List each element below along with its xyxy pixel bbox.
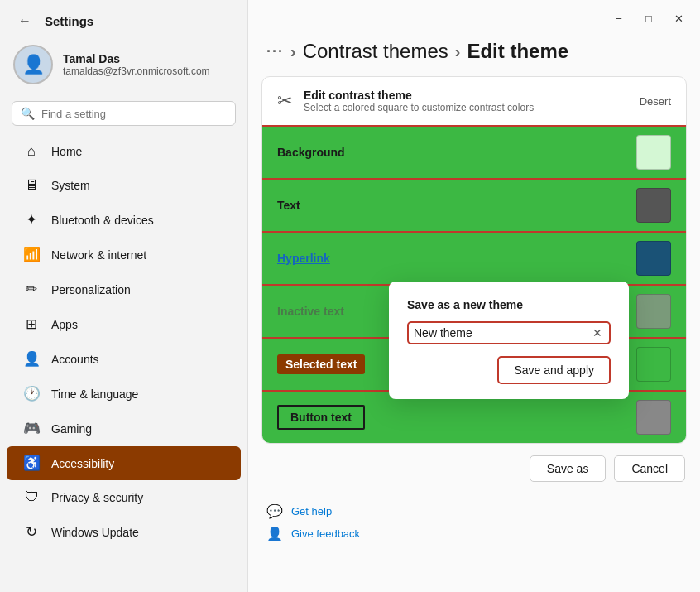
button-text-label[interactable]: Button text bbox=[277, 405, 365, 430]
sidebar-item-label: Gaming bbox=[51, 422, 92, 436]
user-info: Tamal Das tamaldas@zf3vr.onmicrosoft.com bbox=[63, 52, 210, 77]
sidebar-item-label: System bbox=[51, 179, 90, 192]
sidebar-item-label: Bluetooth & devices bbox=[51, 214, 154, 227]
sidebar-item-network[interactable]: 📶 Network & internet bbox=[7, 238, 241, 272]
search-icon: 🔍 bbox=[21, 107, 35, 120]
popup-clear-button[interactable]: ✕ bbox=[591, 326, 604, 339]
system-icon: 🖥 bbox=[23, 177, 40, 194]
sidebar-header: ← Settings bbox=[0, 0, 247, 36]
breadcrumb-edit-theme: Edit theme bbox=[467, 40, 568, 63]
sidebar-item-bluetooth[interactable]: ✦ Bluetooth & devices bbox=[7, 203, 241, 237]
popup-actions: Save and apply bbox=[407, 356, 611, 384]
theme-title: Edit contrast theme bbox=[304, 89, 534, 102]
sidebar-title: Settings bbox=[45, 14, 93, 28]
time-icon: 🕐 bbox=[23, 385, 40, 402]
color-row-background: Background bbox=[262, 125, 686, 178]
apps-icon: ⊞ bbox=[23, 315, 40, 333]
save-as-button[interactable]: Save as bbox=[530, 455, 607, 482]
back-button[interactable]: ← bbox=[13, 12, 36, 30]
maximize-button[interactable]: □ bbox=[637, 7, 660, 30]
sidebar-item-time[interactable]: 🕐 Time & language bbox=[7, 377, 241, 411]
breadcrumb-dots[interactable]: ··· bbox=[266, 43, 284, 60]
user-profile: 👤 Tamal Das tamaldas@zf3vr.onmicrosoft.c… bbox=[0, 36, 247, 98]
theme-badge: Desert bbox=[640, 95, 671, 108]
selected-text-badge: Selected text bbox=[277, 354, 365, 374]
color-row-hyperlink: Hyperlink bbox=[262, 231, 686, 284]
breadcrumb-contrast-themes[interactable]: Contrast themes bbox=[303, 40, 448, 63]
sidebar-item-windows-update[interactable]: ↻ Windows Update bbox=[7, 515, 241, 549]
give-feedback-link[interactable]: 👤 Give feedback bbox=[266, 526, 682, 541]
get-help-link[interactable]: 💬 Get help bbox=[266, 503, 682, 519]
popup-input-row: ✕ bbox=[407, 321, 611, 344]
network-icon: 📶 bbox=[23, 246, 40, 263]
save-new-theme-popup: Save as a new theme ✕ Save and apply bbox=[389, 282, 629, 399]
user-name: Tamal Das bbox=[63, 52, 210, 65]
title-bar: − □ ✕ bbox=[248, 0, 700, 36]
theme-header-info: Edit contrast theme Select a colored squ… bbox=[304, 89, 534, 113]
personalization-icon: ✏ bbox=[23, 281, 40, 298]
nav-list: ⌂ Home 🖥 System ✦ Bluetooth & devices 📶 … bbox=[0, 134, 247, 592]
breadcrumb-sep-2: › bbox=[455, 42, 461, 61]
give-feedback-label: Give feedback bbox=[291, 527, 360, 540]
user-email: tamaldas@zf3vr.onmicrosoft.com bbox=[63, 65, 210, 77]
search-bar[interactable]: 🔍 bbox=[12, 101, 236, 126]
selected-text-swatch[interactable] bbox=[636, 347, 671, 382]
sidebar-item-accounts[interactable]: 👤 Accounts bbox=[7, 342, 241, 376]
sidebar-item-label: Privacy & security bbox=[51, 491, 143, 504]
new-theme-input[interactable] bbox=[414, 326, 587, 339]
bottom-bar: Save as Cancel bbox=[248, 444, 700, 493]
sidebar-item-apps[interactable]: ⊞ Apps bbox=[7, 307, 241, 341]
help-icon: 💬 bbox=[266, 503, 283, 519]
theme-edit-icon: ✂ bbox=[277, 90, 292, 112]
button-text-swatch[interactable] bbox=[636, 400, 671, 435]
feedback-icon: 👤 bbox=[266, 526, 283, 541]
sidebar-item-label: Time & language bbox=[51, 387, 138, 401]
sidebar-item-label: Accounts bbox=[51, 353, 99, 366]
hyperlink-swatch[interactable] bbox=[636, 241, 671, 276]
color-row-text: Text bbox=[262, 178, 686, 231]
gaming-icon: 🎮 bbox=[23, 420, 40, 437]
sidebar-item-privacy[interactable]: 🛡 Privacy & security bbox=[7, 481, 241, 514]
hyperlink-label: Hyperlink bbox=[277, 252, 636, 265]
cancel-button[interactable]: Cancel bbox=[614, 455, 685, 482]
text-label: Text bbox=[277, 199, 636, 212]
sidebar-item-system[interactable]: 🖥 System bbox=[7, 169, 241, 202]
theme-subtitle: Select a colored square to customize con… bbox=[304, 102, 534, 113]
home-icon: ⌂ bbox=[23, 143, 40, 160]
sidebar-item-label: Windows Update bbox=[51, 526, 139, 539]
privacy-icon: 🛡 bbox=[23, 489, 40, 506]
sidebar-item-label: Apps bbox=[51, 318, 78, 331]
sidebar-item-label: Accessibility bbox=[51, 457, 114, 470]
inactive-text-swatch[interactable] bbox=[636, 294, 671, 329]
breadcrumb-sep-1: › bbox=[290, 42, 296, 61]
popup-title: Save as a new theme bbox=[407, 298, 611, 311]
update-icon: ↻ bbox=[23, 523, 40, 541]
sidebar-item-personalization[interactable]: ✏ Personalization bbox=[7, 272, 241, 306]
text-swatch[interactable] bbox=[636, 188, 671, 223]
accessibility-icon: ♿ bbox=[23, 455, 40, 472]
theme-header: ✂ Edit contrast theme Select a colored s… bbox=[262, 77, 686, 125]
get-help-label: Get help bbox=[291, 505, 332, 517]
save-and-apply-button[interactable]: Save and apply bbox=[497, 356, 611, 384]
avatar: 👤 bbox=[13, 45, 53, 84]
sidebar-item-home[interactable]: ⌂ Home bbox=[7, 135, 241, 168]
help-links: 💬 Get help 👤 Give feedback bbox=[248, 493, 700, 551]
background-label: Background bbox=[277, 146, 636, 159]
sidebar: ← Settings 👤 Tamal Das tamaldas@zf3vr.on… bbox=[0, 0, 248, 592]
sidebar-item-label: Personalization bbox=[51, 283, 131, 296]
main-content: − □ ✕ ··· › Contrast themes › Edit theme… bbox=[248, 0, 700, 592]
sidebar-item-label: Home bbox=[51, 145, 82, 158]
search-input[interactable] bbox=[41, 108, 227, 120]
accounts-icon: 👤 bbox=[23, 350, 40, 368]
close-button[interactable]: ✕ bbox=[667, 7, 690, 30]
bluetooth-icon: ✦ bbox=[23, 211, 40, 229]
background-swatch[interactable] bbox=[636, 135, 671, 170]
minimize-button[interactable]: − bbox=[607, 7, 630, 30]
breadcrumb: ··· › Contrast themes › Edit theme bbox=[248, 36, 700, 76]
sidebar-item-gaming[interactable]: 🎮 Gaming bbox=[7, 412, 241, 445]
sidebar-item-accessibility[interactable]: ♿ Accessibility bbox=[7, 446, 241, 480]
sidebar-item-label: Network & internet bbox=[51, 248, 146, 262]
